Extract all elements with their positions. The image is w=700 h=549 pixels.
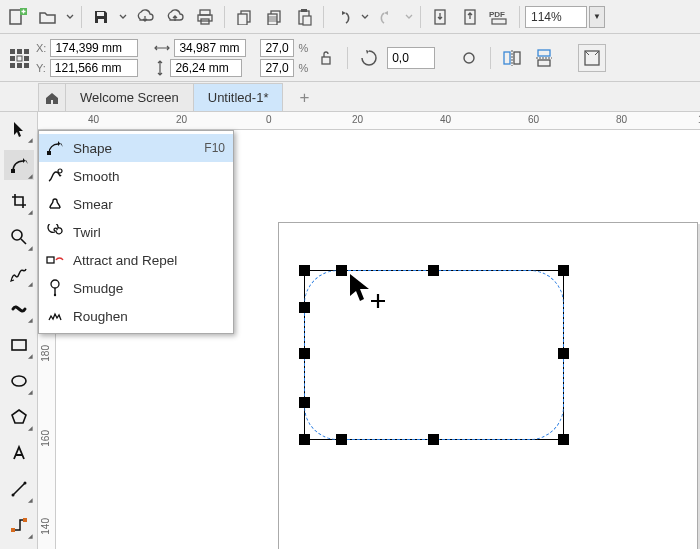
svg-marker-38 (12, 410, 26, 423)
position-icon (6, 43, 32, 73)
flyout-smear-label: Smear (73, 197, 225, 212)
svg-point-46 (51, 280, 59, 288)
handle-corner-bot[interactable] (336, 434, 347, 445)
add-tab[interactable]: + (291, 85, 317, 111)
cursor-icon (348, 272, 388, 312)
svg-rect-25 (17, 63, 22, 68)
rounded-rect-outline (304, 270, 564, 440)
line-tool[interactable]: ◢ (4, 474, 34, 504)
flyout-shape[interactable]: Shape F10 (39, 134, 233, 162)
open-button[interactable] (34, 3, 62, 31)
flyout-smudge-label: Smudge (73, 281, 225, 296)
selected-object[interactable] (300, 266, 568, 444)
save-button[interactable] (87, 3, 115, 31)
ellipse-tool[interactable]: ◢ (4, 366, 34, 396)
polygon-tool[interactable]: ◢ (4, 402, 34, 432)
svg-rect-36 (12, 340, 26, 350)
handle-corner-left[interactable] (299, 302, 310, 313)
zoom-tool[interactable]: ◢ (4, 222, 34, 252)
svg-rect-10 (268, 14, 277, 25)
mirror-v-button[interactable] (530, 44, 558, 72)
pick-tool[interactable]: ◢ (4, 114, 34, 144)
handle-mr[interactable] (558, 348, 569, 359)
svg-point-39 (11, 494, 14, 497)
copy-button[interactable] (260, 3, 288, 31)
svg-rect-8 (238, 14, 247, 25)
svg-rect-19 (17, 49, 22, 54)
connector-tool[interactable]: ◢ (4, 510, 34, 540)
flyout-twirl[interactable]: Twirl (39, 218, 233, 246)
width-input[interactable] (174, 39, 246, 57)
svg-point-44 (58, 169, 62, 173)
x-input[interactable] (50, 39, 138, 57)
svg-rect-0 (10, 10, 21, 24)
flyout-roughen-label: Roughen (73, 309, 225, 324)
zoom-value: 114% (531, 10, 562, 24)
cloud-up-icon[interactable] (161, 3, 189, 31)
lock-ratio-button[interactable] (312, 44, 340, 72)
zoom-input[interactable]: 114% (525, 6, 587, 28)
handle-corner-left2[interactable] (299, 397, 310, 408)
handle-bm[interactable] (428, 434, 439, 445)
mirror-h-button[interactable] (498, 44, 526, 72)
paste-button[interactable] (290, 3, 318, 31)
percent-label: % (298, 42, 308, 54)
redo-button[interactable] (373, 3, 401, 31)
cloud-down-icon[interactable] (131, 3, 159, 31)
svg-rect-2 (97, 12, 104, 16)
flyout-shape-shortcut: F10 (204, 141, 225, 155)
flyout-attract[interactable]: Attract and Repel (39, 246, 233, 274)
print-button[interactable] (191, 3, 219, 31)
undo-dropdown[interactable] (359, 3, 371, 31)
redo-dropdown[interactable] (403, 3, 415, 31)
import-button[interactable] (426, 3, 454, 31)
handle-ml[interactable] (299, 348, 310, 359)
svg-rect-5 (198, 15, 212, 21)
svg-point-47 (54, 294, 56, 296)
scale-x-input[interactable] (260, 39, 294, 57)
flyout-roughen[interactable]: Roughen (39, 302, 233, 330)
flyout-smooth[interactable]: Smooth (39, 162, 233, 190)
divider (224, 6, 225, 28)
flyout-smear[interactable]: Smear (39, 190, 233, 218)
home-tab[interactable] (38, 83, 66, 111)
handle-corner-top[interactable] (336, 265, 347, 276)
handle-br[interactable] (558, 434, 569, 445)
flyout-smudge[interactable]: Smudge (39, 274, 233, 302)
text-tool[interactable] (4, 438, 34, 468)
rotation-input[interactable] (387, 47, 435, 69)
undo-button[interactable] (329, 3, 357, 31)
tab-welcome[interactable]: Welcome Screen (65, 83, 194, 111)
shape-tool[interactable]: ◢ (4, 150, 34, 180)
flyout-attract-label: Attract and Repel (73, 253, 225, 268)
freehand-tool[interactable]: ◢ (4, 258, 34, 288)
scale-y-input[interactable] (260, 59, 294, 77)
frame-button[interactable] (578, 44, 606, 72)
new-button[interactable] (4, 3, 32, 31)
pdf-button[interactable]: PDF (486, 3, 514, 31)
handle-tm[interactable] (428, 265, 439, 276)
ruler-tick: 160 (40, 430, 51, 447)
cut-button[interactable] (230, 3, 258, 31)
open-dropdown[interactable] (64, 3, 76, 31)
height-input[interactable] (170, 59, 242, 77)
artistic-media-tool[interactable]: ◢ (4, 294, 34, 324)
flyout-shape-label: Shape (73, 141, 196, 156)
export-button[interactable] (456, 3, 484, 31)
save-dropdown[interactable] (117, 3, 129, 31)
rectangle-tool[interactable]: ◢ (4, 330, 34, 360)
crop-tool[interactable]: ◢ (4, 186, 34, 216)
center-icon[interactable] (455, 44, 483, 72)
svg-rect-43 (47, 151, 51, 155)
zoom-dropdown[interactable]: ▼ (589, 6, 605, 28)
divider (347, 47, 348, 69)
handle-tl[interactable] (299, 265, 310, 276)
divider (323, 6, 324, 28)
handle-bl[interactable] (299, 434, 310, 445)
main-toolbar: PDF 114% ▼ (0, 0, 700, 34)
y-input[interactable] (50, 59, 138, 77)
svg-rect-21 (10, 56, 15, 61)
handle-tr[interactable] (558, 265, 569, 276)
tab-document[interactable]: Untitled-1* (193, 83, 284, 111)
svg-rect-12 (301, 9, 307, 12)
